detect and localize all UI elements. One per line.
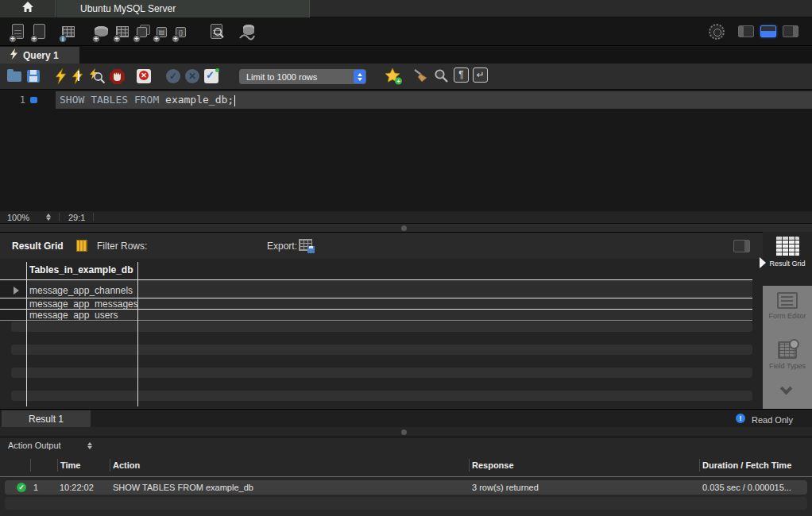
toggle-grid-panel-icon[interactable] — [733, 240, 750, 252]
create-table-icon[interactable]: + — [113, 23, 132, 42]
empty-grid-row — [11, 322, 752, 332]
splitter-handle-icon[interactable] — [401, 429, 407, 435]
success-check-icon: ✓ — [17, 483, 26, 492]
connection-tab[interactable]: Ubuntu MySQL Server — [56, 0, 310, 17]
table-row[interactable]: message_app_channels — [0, 280, 752, 298]
export-label: Export: — [267, 241, 297, 252]
explain-icon[interactable] — [89, 68, 105, 84]
result-grid-icon — [775, 237, 799, 256]
row-response: 3 row(s) returned — [472, 483, 539, 492]
toggle-right-panel-icon[interactable] — [783, 25, 798, 37]
create-schema-icon[interactable]: + — [92, 23, 111, 42]
toggle-bottom-panel-icon[interactable] — [760, 25, 776, 37]
row-gutter[interactable] — [0, 280, 26, 298]
toggle-left-panel-icon[interactable] — [738, 25, 754, 37]
toggle-wrap-icon[interactable]: ↵ — [473, 67, 488, 83]
row-gutter[interactable] — [0, 310, 26, 320]
create-procedure-icon[interactable]: ▤+ — [153, 23, 172, 42]
sql-identifier: example_db; — [165, 94, 234, 106]
current-row-arrow-icon — [14, 287, 19, 295]
tab-query-1[interactable]: Query 1 — [0, 47, 79, 64]
zoom-stepper[interactable] — [46, 214, 51, 221]
row-action: SHOW TABLES FROM example_db — [113, 483, 253, 492]
beautify-icon[interactable] — [413, 68, 429, 84]
sidebar-item-label: Form Editor — [763, 312, 812, 320]
create-function-icon[interactable]: {}+ — [172, 23, 191, 42]
preferences-badge-icon[interactable] — [709, 24, 725, 40]
export-icon[interactable] — [299, 239, 312, 251]
query-toolbar: ✕ ✓ ✕ ✓ Limit to 1000 rows + ¶ ↵ — [0, 64, 812, 90]
execute-current-icon[interactable] — [72, 68, 87, 84]
sidebar-item-form-editor[interactable]: Form Editor — [763, 292, 812, 320]
create-view-icon[interactable]: + — [133, 23, 152, 42]
grid-view-icon[interactable] — [76, 240, 87, 252]
svg-text:+: + — [396, 78, 400, 85]
main-toolbar: + + i + + + ▤+ {}+ — [0, 18, 812, 46]
col-header-time[interactable]: Time — [60, 460, 80, 470]
toggle-autocommit-icon[interactable]: ✓ — [204, 68, 220, 84]
connection-tab-label: Ubuntu MySQL Server — [80, 3, 176, 14]
sidebar-item-field-types[interactable]: Field Types — [763, 341, 812, 370]
zoom-level: 100% — [7, 213, 29, 222]
result-tabbar: Result 1 ! Read Only — [0, 409, 812, 427]
editor-result-splitter[interactable] — [0, 223, 812, 232]
col-header-action[interactable]: Action — [113, 460, 140, 470]
reconnect-dbms-icon[interactable] — [238, 23, 257, 42]
show-invisibles-icon[interactable]: ¶ — [454, 67, 469, 83]
new-query-tab-icon[interactable]: + — [9, 23, 28, 42]
table-row[interactable]: message_app_users — [0, 310, 752, 320]
home-icon — [21, 2, 34, 16]
chevron-down-icon[interactable] — [780, 383, 793, 395]
rollback-icon[interactable]: ✕ — [185, 68, 201, 84]
filter-rows-label: Filter Rows: — [97, 241, 147, 252]
sidebar-item-result-grid[interactable]: Result Grid — [763, 237, 812, 268]
table-row[interactable]: message_app_messages — [0, 298, 752, 309]
action-output-title: Action Output — [8, 441, 61, 450]
sql-editor[interactable]: 1 SHOW TABLES FROM example_db; — [0, 90, 812, 210]
find-icon[interactable] — [434, 68, 450, 84]
result-grid-title: Result Grid — [12, 241, 64, 252]
splitter-handle-icon[interactable] — [401, 225, 407, 231]
open-sql-script-icon[interactable]: + — [30, 23, 49, 42]
code-line[interactable]: SHOW TABLES FROM example_db; — [60, 91, 235, 109]
home-tab[interactable] — [0, 0, 56, 17]
output-row[interactable]: ✓ 1 10:22:02 SHOW TABLES FROM example_db… — [5, 480, 807, 495]
gutter-divider — [26, 262, 27, 406]
sql-keywords: SHOW TABLES FROM — [60, 94, 165, 106]
empty-grid-row — [11, 368, 752, 378]
sidebar-item-label: Field Types — [763, 362, 812, 370]
result-grid-toolbar: Result Grid Filter Rows: Export: — [0, 232, 812, 259]
execute-icon[interactable] — [55, 68, 71, 84]
row-duration: 0.035 sec / 0.000015... — [702, 483, 791, 492]
tab-result-1[interactable]: Result 1 — [2, 410, 91, 428]
column-divider[interactable] — [137, 262, 138, 406]
result-tab-label: Result 1 — [29, 414, 64, 425]
result-view-sidebar: Result Grid Form Editor Field Types — [763, 232, 812, 409]
info-icon[interactable]: ! — [736, 414, 745, 423]
sidebar-collapse-arrow-icon[interactable] — [760, 257, 766, 268]
form-editor-icon — [777, 292, 798, 309]
commit-icon[interactable]: ✓ — [166, 68, 182, 84]
inspector-icon[interactable]: i — [59, 23, 78, 42]
open-file-icon[interactable] — [7, 68, 23, 84]
cell-value[interactable]: message_app_channels — [29, 285, 133, 296]
result-output-splitter[interactable] — [0, 427, 812, 437]
limit-rows-select[interactable]: Limit to 1000 rows — [239, 69, 366, 84]
cell-value[interactable]: message_app_users — [29, 310, 118, 321]
text-caret — [234, 95, 235, 106]
save-icon[interactable] — [26, 68, 42, 84]
row-time: 10:22:02 — [60, 483, 94, 492]
editor-status-bar: 100% 29:1 — [0, 211, 812, 223]
bolt-icon — [10, 48, 17, 62]
search-objects-icon[interactable] — [207, 23, 226, 42]
toggle-stop-on-error-icon[interactable]: ✕ — [137, 68, 153, 84]
action-output-panel: Action Output Time Action Response Durat… — [0, 437, 812, 516]
output-selector-stepper[interactable] — [87, 442, 92, 449]
column-header[interactable]: Tables_in_example_db — [29, 264, 133, 275]
stop-icon[interactable] — [110, 68, 126, 84]
row-gutter[interactable] — [0, 298, 26, 309]
save-snippet-icon[interactable]: + — [385, 68, 401, 84]
col-header-duration[interactable]: Duration / Fetch Time — [702, 460, 791, 470]
cell-value[interactable]: message_app_messages — [29, 298, 138, 310]
col-header-response[interactable]: Response — [472, 460, 514, 470]
